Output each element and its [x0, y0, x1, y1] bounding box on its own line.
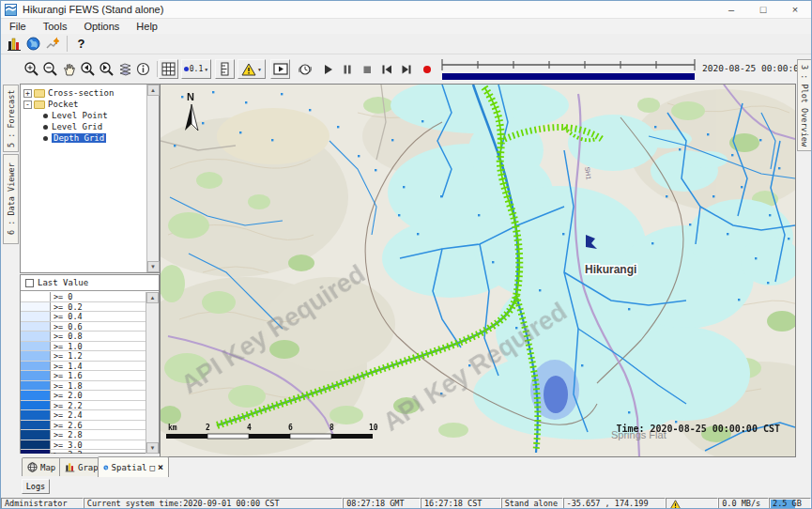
tree-scrollbar[interactable]: ▲ ▼: [146, 85, 159, 272]
legend-swatch: [21, 351, 51, 361]
tree-node-cross-section[interactable]: + Cross-section: [21, 87, 159, 99]
scale-tick: 4: [247, 424, 252, 432]
node-bullet-icon: [43, 125, 48, 130]
stop-button[interactable]: [357, 59, 376, 79]
status-system-time: Current system time:2020-09-01 00:00 CST: [84, 498, 343, 509]
legend-swatch: [21, 302, 51, 312]
toolbar-separator: [67, 36, 68, 52]
info-button[interactable]: [133, 59, 153, 79]
logs-button[interactable]: Logs: [22, 479, 50, 494]
tab-spatial[interactable]: Spatial □ ×: [98, 456, 169, 477]
zoom-out-button[interactable]: [40, 59, 60, 79]
help-button[interactable]: ?: [71, 34, 91, 54]
pan-hand-icon: [62, 62, 77, 77]
tree-node-label-selected[interactable]: Depth Grid: [52, 133, 106, 143]
ruler-icon: [219, 62, 231, 76]
tree-node-label[interactable]: Level Point: [52, 111, 108, 120]
tree-collapse-icon[interactable]: -: [23, 100, 32, 109]
zoom-previous-button[interactable]: [78, 59, 98, 79]
close-button[interactable]: ×: [779, 1, 811, 19]
scroll-up-icon[interactable]: ▲: [147, 85, 160, 96]
zoom-out-icon: [42, 61, 58, 77]
map-toolbar: 0.1 ▼ ▼ 2020-08-25 00:00:00 CST: [1, 54, 811, 84]
play-icon: [321, 63, 334, 76]
skip-end-button[interactable]: [396, 59, 416, 79]
tab-map[interactable]: Map: [22, 457, 61, 476]
legend-swatch: [21, 391, 51, 400]
export-animation-button[interactable]: [270, 59, 290, 79]
last-value-label: Last Value: [38, 278, 88, 287]
animation-settings-button[interactable]: [295, 59, 314, 79]
tab-data-viewer[interactable]: 6 : Data Viewer: [3, 154, 19, 244]
grid-display-button[interactable]: [159, 59, 178, 79]
bar-chart-icon: [65, 462, 75, 472]
scroll-up-icon[interactable]: ▲: [146, 292, 159, 303]
skip-start-button[interactable]: [376, 59, 396, 79]
record-button[interactable]: [417, 59, 437, 79]
spatial-display-button[interactable]: [23, 34, 43, 54]
scroll-down-icon[interactable]: ▼: [147, 261, 160, 272]
tree-node-level-point[interactable]: Level Point: [21, 110, 159, 121]
menu-tools[interactable]: Tools: [35, 21, 76, 32]
legend-swatch: [21, 421, 51, 430]
menu-options[interactable]: Options: [75, 21, 128, 32]
legend-swatch: [21, 332, 51, 341]
legend-scrollbar[interactable]: ▲ ▼: [146, 292, 159, 454]
play-button[interactable]: [317, 59, 337, 79]
timeline-slider[interactable]: [439, 57, 698, 83]
legend-swatch: [21, 312, 51, 321]
tree-node-label[interactable]: Pocket: [48, 100, 79, 109]
scroll-down-icon[interactable]: ▼: [146, 442, 159, 454]
legend-row: >= 0.6: [21, 322, 146, 332]
scale-tick: 10: [369, 424, 378, 432]
application-window: Hikurangi FEWS (Stand alone) – □ × File …: [0, 0, 812, 509]
legend-row: >= 0.2: [21, 302, 146, 313]
tab-spatial-label: Spatial: [112, 463, 147, 472]
tree-node-pocket[interactable]: - Pocket: [21, 99, 159, 110]
pause-button[interactable]: [337, 59, 357, 79]
map-viewport[interactable]: API Key Required API Key Required Hikura…: [160, 84, 796, 457]
pan-button[interactable]: [59, 59, 79, 79]
tree-node-label[interactable]: Cross-section: [48, 88, 114, 98]
zoom-next-button[interactable]: [97, 59, 116, 79]
folder-icon: [34, 89, 45, 98]
maximize-button[interactable]: □: [747, 1, 779, 19]
point-size-dropdown[interactable]: 0.1 ▼: [181, 59, 211, 79]
wireframe-globe-icon: [27, 462, 38, 472]
info-icon: [136, 62, 150, 76]
timeseries-display-button[interactable]: [43, 34, 63, 54]
scale-bar-button[interactable]: [215, 59, 235, 79]
maximize-panel-icon[interactable]: □: [150, 463, 155, 472]
minimize-button[interactable]: –: [715, 1, 747, 19]
tree-expand-icon[interactable]: +: [23, 89, 32, 98]
status-memory: 2.5 GB: [769, 498, 811, 509]
zoom-in-button[interactable]: [22, 59, 41, 79]
filter-tree-panel: + Cross-section - Pocket Level Point Lev…: [20, 84, 160, 273]
tree-node-label[interactable]: Level Grid: [52, 122, 102, 131]
menu-file[interactable]: File: [1, 21, 35, 32]
node-bullet-icon: [43, 114, 48, 118]
pause-icon: [341, 63, 354, 76]
database-display-button[interactable]: [4, 34, 23, 54]
status-warning-cell[interactable]: [666, 498, 718, 509]
north-label: N: [187, 91, 194, 102]
map-canvas[interactable]: API Key Required API Key Required Hikura…: [161, 85, 795, 456]
tab-forecast[interactable]: 5 : Forecast: [3, 85, 19, 152]
globe-icon: [26, 37, 40, 51]
legend-row: >= 1.8: [21, 381, 146, 392]
legend-swatch: [21, 342, 51, 351]
close-panel-icon[interactable]: ×: [158, 462, 163, 472]
warning-dropdown-button[interactable]: ▼: [237, 59, 266, 79]
layers-icon: [117, 62, 133, 76]
layers-button[interactable]: [115, 59, 135, 79]
legend-row: >= 1.0: [21, 342, 146, 352]
tab-plot-overview[interactable]: 3 : Plot Overview: [797, 59, 812, 151]
legend-swatch: [21, 450, 51, 454]
legend-panel: Last Value >= 0 >= 0.2 >= 0.4 >= 0.6 >= …: [20, 274, 160, 454]
legend-row: >= 1.6: [21, 371, 146, 381]
menu-help[interactable]: Help: [128, 21, 166, 32]
legend-header: Last Value: [21, 275, 159, 291]
tree-node-level-grid[interactable]: Level Grid: [21, 121, 159, 132]
tree-node-depth-grid[interactable]: Depth Grid: [21, 132, 159, 144]
last-value-checkbox[interactable]: [25, 279, 34, 287]
